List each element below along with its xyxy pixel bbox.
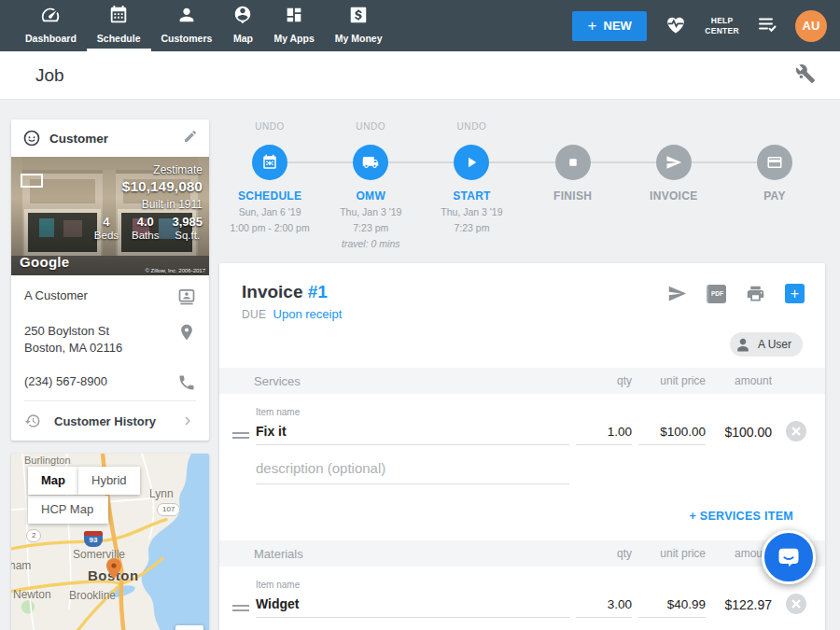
customer-history-row[interactable]: Customer History xyxy=(24,400,196,441)
user-avatar[interactable]: AU xyxy=(795,10,827,42)
remove-material-item-button[interactable] xyxy=(786,594,806,614)
service-item-row: Item name Fix it 1.00 $100.00 $100.00 de… xyxy=(219,394,825,486)
beds-value: 4 xyxy=(94,215,119,229)
job-timeline: UNDO SCHEDULE Sun, Jan 6 '19 1:00 pm - 2… xyxy=(219,121,825,250)
beds-label: Beds xyxy=(94,230,119,241)
zestimate-label: Zestimate xyxy=(94,163,203,176)
send-invoice-icon[interactable] xyxy=(667,284,687,303)
add-services-item-link[interactable]: + SERVICES ITEM xyxy=(689,510,793,523)
material-qty-input[interactable]: 3.00 xyxy=(576,597,632,618)
qty-column-header: qty xyxy=(576,547,632,560)
step-date: Thu, Jan 3 '19 xyxy=(340,205,401,218)
new-button[interactable]: + NEW xyxy=(572,11,647,41)
page-title: Job xyxy=(35,65,64,86)
finish-step-button[interactable] xyxy=(555,145,591,180)
step-label: INVOICE xyxy=(650,189,697,203)
customer-address-row: 250 Boylston StBoston, MA 02116 xyxy=(24,315,196,365)
omw-step-button[interactable] xyxy=(353,145,388,180)
history-icon xyxy=(24,413,41,429)
material-unit-price-input[interactable]: $40.99 xyxy=(638,597,706,618)
job-settings-icon[interactable] xyxy=(795,63,816,88)
timeline-step-finish: FINISH xyxy=(523,121,623,250)
timeline-step-invoice: INVOICE xyxy=(623,121,724,250)
location-pin-icon[interactable] xyxy=(177,323,196,342)
checklist-icon[interactable] xyxy=(756,13,778,39)
step-label: START xyxy=(453,189,491,203)
phone-icon[interactable] xyxy=(177,373,196,392)
map-type-map-button[interactable]: Map xyxy=(28,467,78,495)
step-date: Sun, Jan 6 '19 xyxy=(239,205,301,218)
sqft-label: Sq.ft. xyxy=(172,230,203,241)
edit-pencil-icon[interactable] xyxy=(183,129,198,147)
step-date: Thu, Jan 3 '19 xyxy=(441,205,502,218)
invoice-number[interactable]: #1 xyxy=(308,282,328,301)
print-icon[interactable] xyxy=(746,284,765,303)
map-label: Newton xyxy=(13,588,51,601)
add-services-row: + SERVICES ITEM xyxy=(219,486,825,540)
street-view-toggle-icon[interactable] xyxy=(21,174,43,188)
nav-item-my-apps[interactable]: My Apps xyxy=(263,0,324,51)
materials-section-label: Materials xyxy=(232,547,569,561)
zoom-in-button[interactable]: + xyxy=(175,625,203,630)
service-qty-input[interactable]: 1.00 xyxy=(576,425,632,445)
step-time: 7:23 pm xyxy=(454,221,489,234)
material-description-input[interactable]: description (optional) xyxy=(256,618,569,630)
contact-card-icon[interactable] xyxy=(177,287,196,306)
map-zoom-control: + − xyxy=(175,625,203,630)
undo-link[interactable]: UNDO xyxy=(255,121,285,134)
start-step-button[interactable] xyxy=(454,145,489,180)
chat-bubble-button[interactable] xyxy=(762,530,816,584)
top-nav: Dashboard Schedule Customers Map My Apps… xyxy=(0,0,840,51)
credit-card-icon xyxy=(766,154,783,171)
nav-item-dashboard[interactable]: Dashboard xyxy=(15,0,87,51)
nav-item-schedule[interactable]: Schedule xyxy=(87,0,151,51)
due-label: DUE xyxy=(242,308,266,321)
step-label: PAY xyxy=(763,189,786,203)
nav-label: Map xyxy=(233,33,253,44)
property-photo[interactable]: Zestimate $10,149,080 Built in 1911 4Bed… xyxy=(11,157,209,275)
map-card[interactable]: Burlington Lynn Somerville ham Boston Ne… xyxy=(11,454,209,630)
property-stats: 4Beds 4.0Baths 3,985Sq.ft. xyxy=(94,215,203,241)
pay-step-button[interactable] xyxy=(757,145,792,180)
help-center-link[interactable]: HELP CENTER xyxy=(705,16,739,36)
service-description-input[interactable]: description (optional) xyxy=(256,445,569,484)
heart-pulse-icon[interactable] xyxy=(664,12,688,40)
schedule-step-button[interactable] xyxy=(252,145,287,180)
person-pin-icon xyxy=(232,5,253,29)
page-header: Job xyxy=(0,51,840,100)
nav-item-my-money[interactable]: My Money xyxy=(325,0,393,51)
nav-item-customers[interactable]: Customers xyxy=(151,0,223,51)
stop-icon xyxy=(565,154,581,171)
due-value-link[interactable]: Upon receipt xyxy=(273,307,343,321)
undo-link[interactable]: UNDO xyxy=(457,121,487,134)
material-item-row: Item name Widget 3.00 $40.99 $122.97 des… xyxy=(219,567,825,630)
truck-icon xyxy=(362,154,379,171)
customer-card-header: Customer xyxy=(11,119,209,157)
map-type-hcp-button[interactable]: HCP Map xyxy=(28,496,108,524)
nav-item-map[interactable]: Map xyxy=(222,0,263,51)
qty-column-header: qty xyxy=(576,374,632,387)
amount-column-header: amount xyxy=(712,374,772,387)
material-item-name-input[interactable]: Widget xyxy=(256,590,569,618)
assigned-user-chip[interactable]: A User xyxy=(730,332,803,357)
undo-link[interactable]: UNDO xyxy=(356,121,385,134)
chevron-right-icon xyxy=(179,413,196,429)
service-unit-price-input[interactable]: $100.00 xyxy=(638,425,706,445)
map-type-hybrid-button[interactable]: Hybrid xyxy=(78,467,140,495)
job-location-pin-icon[interactable] xyxy=(106,558,121,579)
drag-handle-icon[interactable] xyxy=(232,426,249,445)
calendar-icon xyxy=(108,5,129,29)
assigned-user-name: A User xyxy=(758,338,791,351)
pdf-icon[interactable]: PDF xyxy=(707,285,726,303)
drag-handle-icon[interactable] xyxy=(232,598,249,618)
service-item-name-input[interactable]: Fix it xyxy=(256,417,569,445)
remove-service-item-button[interactable] xyxy=(786,421,806,441)
customer-details: A Customer 250 Boylston StBoston, MA 021… xyxy=(11,275,209,441)
dollar-icon xyxy=(348,5,369,29)
invoice-step-button[interactable] xyxy=(656,145,692,180)
map-type-controls: MapHybrid HCP Map xyxy=(28,467,140,524)
nav-label: Customers xyxy=(161,33,213,44)
play-icon xyxy=(463,154,480,171)
customer-card: Customer xyxy=(11,119,209,441)
add-invoice-button[interactable]: + xyxy=(785,284,805,303)
